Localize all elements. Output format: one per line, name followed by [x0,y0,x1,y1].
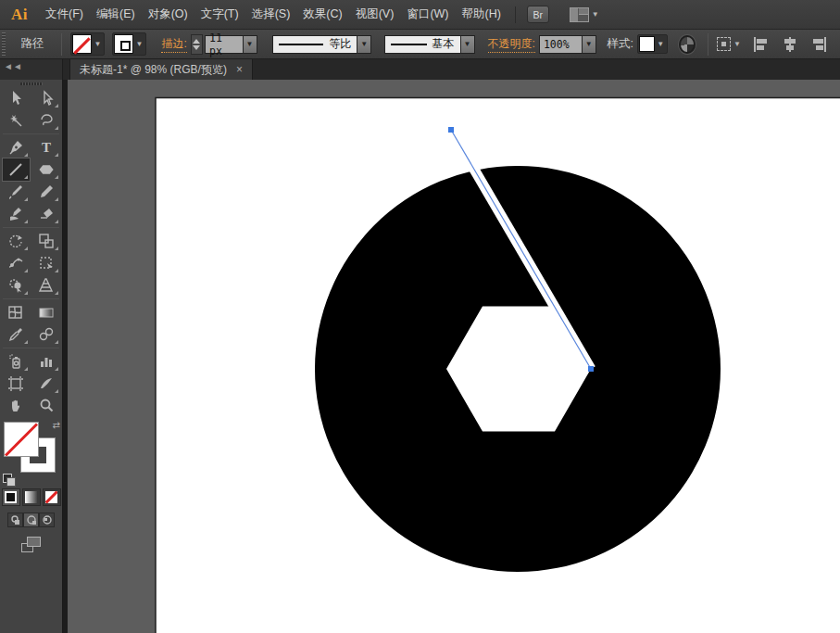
eraser-tool[interactable] [33,203,60,225]
pen-nib-icon [7,139,24,156]
paintbrush-tool[interactable] [3,181,30,203]
scale-tool[interactable] [33,230,60,252]
drawing-mode-buttons [0,513,62,527]
perspective-grid-tool[interactable] [33,274,60,297]
align-left-button[interactable] [754,37,770,52]
width-profile-dropdown[interactable]: 等比 [272,35,358,54]
tool-group-separator [3,227,59,228]
chevron-down-icon: ▼ [92,41,103,48]
menu-window[interactable]: 窗口(W) [400,0,455,30]
hexagon-icon [38,161,55,178]
draw-normal-button[interactable] [7,513,23,527]
draw-behind-button[interactable] [23,513,39,527]
document-canvas[interactable] [68,80,840,633]
hand-tool[interactable] [3,395,30,417]
bridge-button[interactable]: Br [527,6,549,23]
magic-wand-icon [7,112,24,129]
menu-effect[interactable]: 效果(C) [296,0,348,30]
eyedropper-tool[interactable] [3,323,30,346]
menu-object[interactable]: 对象(O) [142,0,194,30]
brush-dropdown-arrow[interactable]: ▼ [461,35,475,54]
blend-tool[interactable] [33,323,60,346]
chevron-down-icon: ▼ [733,41,741,48]
shape-builder-tool[interactable] [3,274,30,297]
default-fill-stroke-icon[interactable] [3,474,12,483]
shape-builder-icon [7,277,24,294]
document-tab[interactable]: 未标题-1* @ 98% (RGB/预览) × [69,59,253,80]
pen-tool[interactable] [3,136,30,158]
brush-definition-dropdown[interactable]: 基本 [384,35,460,54]
none-icon [45,491,57,503]
menu-select[interactable]: 选择(S) [245,0,297,30]
fill-stroke-indicator: ⇄ [3,422,60,475]
workspace-switcher-button[interactable]: ▼ [570,7,599,22]
menu-edit[interactable]: 编辑(E) [90,0,142,30]
align-to-selector[interactable]: ▼ [717,37,741,51]
selection-tool[interactable] [3,87,30,109]
screen-mode-button[interactable] [0,537,62,552]
recolor-artwork-icon[interactable] [679,35,696,54]
profile-dropdown-arrow[interactable]: ▼ [357,35,371,54]
style-label: 样式: [608,36,633,52]
magic-wand-tool[interactable] [3,109,30,132]
symbol-sprayer-tool[interactable] [3,350,30,373]
canvas-area[interactable] [68,80,840,633]
blob-brush-tool[interactable] [3,203,30,225]
menu-file[interactable]: 文件(F) [39,0,90,30]
pencil-tool[interactable] [33,181,60,203]
eyedropper-icon [7,326,24,343]
panel-grip[interactable] [2,32,6,57]
zoom-tool[interactable] [33,395,60,417]
chevron-down-icon: ▼ [360,40,368,48]
stroke-width-stepper[interactable] [191,34,203,55]
draw-inside-button[interactable] [39,513,55,527]
rotate-tool[interactable] [3,230,30,252]
direct-selection-tool[interactable] [33,87,60,109]
width-tool[interactable] [3,252,30,274]
gradient-mode-button[interactable] [22,488,41,506]
swap-fill-stroke-icon[interactable]: ⇄ [53,420,60,430]
fill-color-button[interactable]: ▼ [70,32,105,56]
stroke-width-field[interactable]: 11 px [205,35,243,54]
polygon-shape-tool[interactable] [33,158,60,181]
color-mode-buttons [0,488,62,506]
close-icon[interactable]: × [236,63,243,76]
lasso-tool[interactable] [33,109,60,132]
fill-none-indicator[interactable] [4,422,39,457]
anchor-point-start[interactable] [448,127,454,133]
opacity-panel-link[interactable]: 不透明度: [488,36,535,53]
workspace-layout-icon [570,7,589,22]
anchor-point-end[interactable] [588,366,594,372]
illustrator-logo: Ai [0,6,39,24]
column-graph-tool[interactable] [33,350,60,373]
align-center-button[interactable] [783,37,798,52]
mesh-tool[interactable] [3,301,30,323]
opacity-dropdown[interactable]: ▼ [583,35,596,54]
menu-view[interactable]: 视图(V) [349,0,401,30]
menubar-separator [515,6,516,23]
stroke-width-dropdown[interactable]: ▼ [244,35,257,54]
opacity-field[interactable]: 100% [539,35,583,54]
chevron-down-icon: ▼ [655,41,666,48]
stroke-panel-link[interactable]: 描边: [161,36,186,53]
toolbar-collapse-button[interactable]: ◄◄ [0,59,63,80]
menu-type[interactable]: 文字(T) [194,0,245,30]
gradient-tool[interactable] [33,301,60,323]
slice-tool[interactable] [33,373,60,395]
stroke-color-button[interactable]: ▼ [112,32,146,56]
menu-help[interactable]: 帮助(H) [456,0,508,30]
tool-group-separator [3,298,59,299]
type-tool[interactable]: T [33,136,60,158]
artboard-tool[interactable] [3,373,30,395]
none-mode-button[interactable] [43,488,61,506]
style-swatch-button[interactable]: ▼ [637,34,668,54]
stroke-white-swatch [114,34,133,54]
color-mode-button[interactable] [2,488,20,506]
free-transform-tool[interactable] [33,252,60,274]
style-swatch [639,36,655,52]
fill-none-swatch [72,34,92,54]
line-segment-tool[interactable] [3,158,30,181]
align-right-button[interactable] [811,37,827,52]
selection-arrow-icon [7,90,24,107]
panel-grip[interactable] [20,82,43,85]
